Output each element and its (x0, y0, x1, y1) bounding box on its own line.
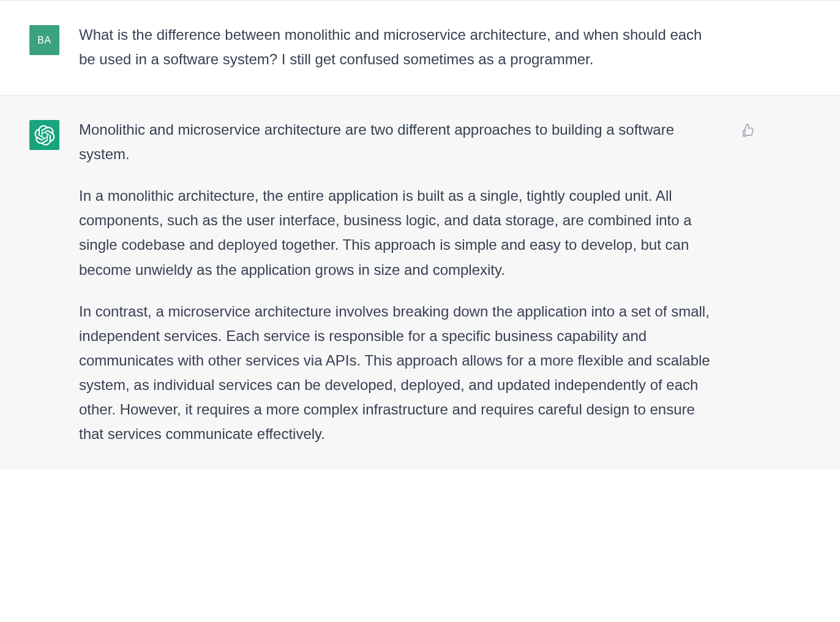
assistant-message-row: Monolithic and microservice architecture… (0, 95, 840, 470)
assistant-paragraph-1: Monolithic and microservice architecture… (79, 118, 722, 167)
user-message-actions (741, 17, 760, 72)
assistant-message-actions (741, 111, 760, 446)
user-message-row: BA What is the difference between monoli… (0, 0, 840, 95)
assistant-paragraph-2: In a monolithic architecture, the entire… (79, 184, 722, 282)
user-message-content: What is the difference between monolithi… (79, 17, 722, 72)
thumbs-up-button[interactable] (741, 122, 757, 138)
thumbs-up-icon (742, 123, 757, 138)
user-avatar-initials: BA (37, 35, 51, 46)
openai-logo-icon (34, 125, 55, 146)
assistant-message-content: Monolithic and microservice architecture… (79, 111, 722, 446)
user-message-text: What is the difference between monolithi… (79, 23, 722, 72)
assistant-avatar (29, 120, 59, 150)
user-avatar: BA (29, 25, 59, 55)
assistant-paragraph-3: In contrast, a microservice architecture… (79, 299, 722, 446)
